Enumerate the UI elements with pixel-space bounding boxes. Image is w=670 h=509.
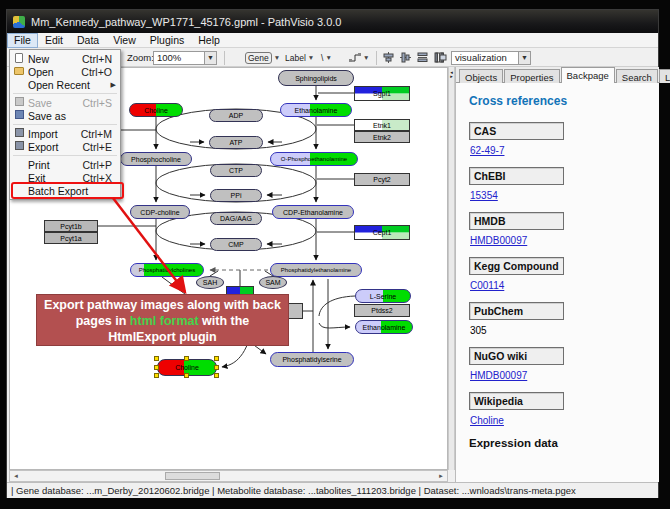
tab-backpage[interactable]: Backpage: [561, 67, 615, 83]
pathway-node-label: PPi: [231, 192, 242, 199]
xref-source-nugo-wiki: NuGO wiki: [469, 347, 564, 365]
menu-item-exit[interactable]: ExitCtrl+X: [10, 171, 120, 184]
panel-splitter[interactable]: ◂▸: [448, 67, 455, 470]
backpage-content: Cross references CAS62-49-7ChEBI15354HMD…: [456, 84, 659, 482]
pathway-node-sam[interactable]: SAM: [259, 276, 287, 289]
pathway-node-etnk2[interactable]: Etnk2: [354, 131, 410, 143]
pathway-node-phosphatidylserine[interactable]: Phosphatidylserine: [270, 352, 354, 367]
chevron-down-icon[interactable]: ▼: [518, 52, 530, 64]
canvas-horizontal-scrollbar[interactable]: ◄ ►: [9, 470, 448, 482]
visualization-combobox[interactable]: visualization ▼: [451, 51, 531, 65]
title-bar[interactable]: Mm_Kennedy_pathway_WP1771_45176.gpml - P…: [7, 10, 658, 33]
menubar-item-data[interactable]: Data: [70, 33, 106, 48]
align-center-vertical-icon[interactable]: [383, 52, 394, 63]
pathway-node-pcyt2[interactable]: Pcyt2: [354, 173, 410, 186]
line-tool[interactable]: \▼: [321, 53, 332, 63]
visualization-icon[interactable]: [435, 52, 447, 63]
pathway-node-cdp-ethanolamine[interactable]: CDP-Ethanolamine: [272, 205, 354, 219]
selection-handle[interactable]: [154, 365, 159, 370]
pathway-node-sgpl1[interactable]: Sgpl1: [354, 86, 410, 101]
menu-item-open-recent[interactable]: Open Recent▶: [10, 78, 120, 91]
pathway-node-o-phosphoethanolamine[interactable]: O-Phosphoethanolamine: [270, 152, 358, 166]
pathway-node-pcyt1b[interactable]: Pcyt1b: [44, 220, 98, 232]
pathway-node-etnk1[interactable]: Etnk1: [354, 119, 410, 131]
pathway-node-pcyt1a[interactable]: Pcyt1a: [44, 232, 98, 244]
pathway-node-ethanolamine-bottom[interactable]: Ethanolamine: [355, 320, 413, 334]
menu-item-export[interactable]: ExportCtrl+E: [10, 140, 120, 153]
export-icon: [15, 141, 24, 150]
pathway-node-l-serine[interactable]: L-Serine: [355, 289, 411, 303]
menu-item-new[interactable]: NewCtrl+N: [10, 52, 120, 65]
tab-objects[interactable]: Objects: [459, 69, 503, 83]
xref-link[interactable]: 15354: [470, 190, 498, 201]
menu-item-save[interactable]: SaveCtrl+S: [10, 96, 120, 109]
scrollbar-thumb[interactable]: [165, 472, 220, 480]
pathway-node-ethanolamine-top[interactable]: Ethanolamine: [280, 103, 352, 117]
pathway-node-cmp[interactable]: CMP: [210, 238, 262, 251]
connector-tool[interactable]: ▼: [349, 53, 369, 63]
pathway-node-phosphocholine[interactable]: Phosphocholine: [120, 152, 192, 166]
selection-handle[interactable]: [184, 356, 189, 361]
menubar-item-file[interactable]: File: [7, 33, 38, 48]
selection-handle[interactable]: [154, 356, 159, 361]
pathway-node-ppi[interactable]: PPi: [210, 189, 262, 202]
pathway-node-label: Choline: [144, 107, 168, 114]
selection-handle[interactable]: [214, 356, 219, 361]
gene-datanode-tool[interactable]: Gene▼: [245, 52, 280, 64]
tab-search[interactable]: Search: [616, 69, 658, 83]
scroll-right-icon[interactable]: ►: [435, 471, 447, 481]
pathway-node-label: Etnk1: [373, 122, 391, 129]
pathway-node-cdp-choline[interactable]: CDP-choline: [130, 205, 190, 219]
menubar-item-view[interactable]: View: [106, 33, 143, 48]
pathway-node-label: Sphingolipids: [295, 75, 337, 82]
tab-legend[interactable]: Legend: [659, 69, 670, 83]
xref-link[interactable]: HMDB00097: [470, 235, 527, 246]
pathway-node-label: Phosphocholine: [131, 156, 181, 163]
pathway-node-label: L-Serine: [370, 293, 396, 300]
menu-item-print[interactable]: PrintCtrl+P: [10, 158, 120, 171]
pathway-node-ctp[interactable]: CTP: [210, 164, 262, 177]
menu-item-import[interactable]: ImportCtrl+M: [10, 127, 120, 140]
pathway-node-label: SAM: [265, 279, 280, 286]
pathway-node-sphingolipids[interactable]: Sphingolipids: [278, 70, 354, 86]
pathway-node-atp[interactable]: ATP: [209, 136, 263, 149]
pathway-node-phosphatidylethanolamine[interactable]: Phosphatidylethanolamine: [270, 263, 362, 277]
file-menu: NewCtrl+NOpenCtrl+OOpen Recent▶SaveCtrl+…: [9, 49, 121, 200]
distribute-vertical-icon[interactable]: [417, 52, 428, 63]
zoom-combobox[interactable]: 100% ▼: [153, 51, 217, 65]
selection-handle[interactable]: [214, 373, 219, 378]
xref-link[interactable]: 62-49-7: [470, 145, 504, 156]
label-tool[interactable]: Label▼: [285, 53, 314, 63]
selection-handle[interactable]: [184, 373, 189, 378]
toolbar-separator: [224, 51, 225, 65]
backpage-heading: Cross references: [469, 94, 659, 108]
menu-item-save-as[interactable]: Save as: [10, 109, 120, 122]
pathway-node-adp[interactable]: ADP: [209, 109, 263, 122]
xref-source-wikipedia: Wikipedia: [469, 392, 564, 410]
pathway-node-cept1[interactable]: Cept1: [354, 225, 410, 240]
xref-link[interactable]: C00114: [470, 280, 504, 291]
pathway-node-phosphatidylcholines[interactable]: Phosphatidylcholines: [130, 263, 204, 277]
pathway-node-label: Ethanolamine: [363, 324, 406, 331]
menubar-item-help[interactable]: Help: [191, 33, 227, 48]
tab-properties[interactable]: Properties: [504, 69, 559, 83]
selection-handle[interactable]: [154, 373, 159, 378]
menu-item-batch-export[interactable]: Batch Export: [10, 184, 120, 197]
chevron-down-icon[interactable]: ▼: [204, 52, 216, 64]
window-title: Mm_Kennedy_pathway_WP1771_45176.gpml - P…: [31, 16, 341, 28]
scroll-left-icon[interactable]: ◄: [10, 471, 22, 481]
pathway-node-dag-aag[interactable]: DAG/AAG: [210, 212, 262, 225]
xref-link[interactable]: Choline: [470, 415, 504, 426]
save-icon: [15, 97, 24, 106]
menu-item-open[interactable]: OpenCtrl+O: [10, 65, 120, 78]
pathway-node-ptdss2[interactable]: Ptdss2: [354, 304, 410, 317]
pathway-node-choline-top[interactable]: Choline: [129, 103, 183, 117]
menubar-item-edit[interactable]: Edit: [38, 33, 70, 48]
align-center-horizontal-icon[interactable]: [400, 52, 411, 63]
menubar-item-plugins[interactable]: Plugins: [143, 33, 191, 48]
pathway-node-label: Pcyt1b: [60, 223, 81, 230]
selection-handle[interactable]: [214, 365, 219, 370]
pathway-node-label: CDP-Ethanolamine: [283, 209, 343, 216]
pathway-node-sah[interactable]: SAH: [196, 276, 224, 289]
xref-link[interactable]: HMDB00097: [470, 370, 527, 381]
